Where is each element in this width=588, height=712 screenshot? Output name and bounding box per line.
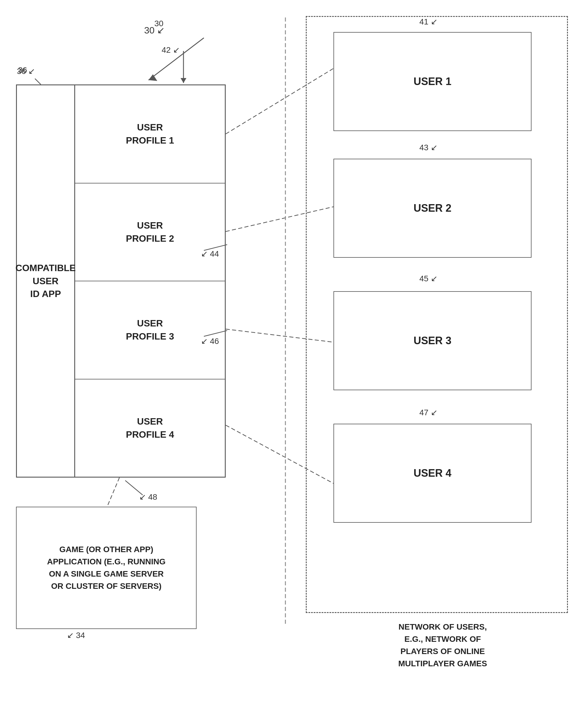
ref-34-label: ↙ 34 (67, 630, 85, 640)
svg-line-12 (35, 79, 41, 84)
network-label: NETWORK OF USERS,E.G., NETWORK OFPLAYERS… (316, 621, 569, 670)
ref-44-label: ↙ 44 (201, 249, 219, 258)
ref-47-label: 47 ↙ (419, 408, 437, 417)
ref-43-label: 43 ↙ (419, 143, 437, 152)
profile-text-2: USERPROFILE 2 (126, 219, 174, 245)
ref-42-label: 42 ↙ (162, 45, 180, 55)
svg-line-0 (149, 38, 204, 80)
svg-line-10 (108, 478, 120, 505)
app-label-col: COMPATIBLEUSERID APP (17, 85, 75, 477)
svg-marker-1 (149, 74, 157, 81)
ref-45-label: 45 ↙ (419, 274, 437, 284)
user-1-box: USER 1 (334, 32, 531, 131)
profile-cell-2: USERPROFILE 2 (75, 184, 225, 281)
profile-cell-3: USERPROFILE 3 (75, 281, 225, 379)
game-text: GAME (OR OTHER APP)APPLICATION (E.G., RU… (47, 543, 165, 592)
diagram-container: 30 30 ↙ 36 36 ↙ 42 ↙ COMPATIBLEUSERID AP… (0, 0, 588, 712)
ref-41-label: 41 ↙ (419, 17, 437, 26)
user-1-text: USER 1 (414, 76, 451, 88)
ref-46-label: ↙ 46 (201, 336, 219, 346)
ref-30-arrow: 30 ↙ (144, 25, 165, 36)
game-box: GAME (OR OTHER APP)APPLICATION (E.G., RU… (16, 507, 196, 629)
profile-text-1: USERPROFILE 1 (126, 121, 174, 147)
profile-text-3: USERPROFILE 3 (126, 317, 174, 343)
ref-36-label: 36 ↙ (17, 66, 35, 76)
app-label-text: COMPATIBLEUSERID APP (16, 261, 76, 300)
ref-48-label: ↙ 48 (139, 492, 157, 502)
user-3-text: USER 3 (414, 335, 451, 347)
user-3-box: USER 3 (334, 291, 531, 390)
app-box: COMPATIBLEUSERID APP USERPROFILE 1 USERP… (16, 84, 226, 478)
user-2-box: USER 2 (334, 159, 531, 258)
profile-text-4: USERPROFILE 4 (126, 415, 174, 441)
profile-cell-4: USERPROFILE 4 (75, 379, 225, 477)
svg-marker-3 (181, 78, 186, 83)
user-2-text: USER 2 (414, 202, 451, 214)
profiles-col: USERPROFILE 1 USERPROFILE 2 USERPROFILE … (75, 85, 225, 477)
user-4-text: USER 4 (414, 467, 451, 479)
user-4-box: USER 4 (334, 424, 531, 523)
profile-cell-1: USERPROFILE 1 (75, 85, 225, 184)
